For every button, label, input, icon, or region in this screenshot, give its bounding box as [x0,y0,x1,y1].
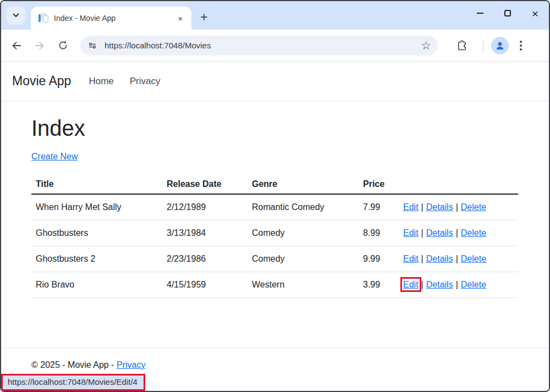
tab-favicon-icon [38,13,48,23]
browser-window: Index - Movie App × + × [0,0,550,392]
copyright-text: © 2025 - Movie App - [31,360,114,369]
cell-release-date: 4/15/1959 [162,272,248,298]
header-price: Price [359,175,399,194]
address-bar[interactable]: https://localhost:7048/Movies ☆ [80,36,438,56]
header-genre: Genre [248,175,359,194]
action-separator: | [419,280,426,289]
details-link[interactable]: Details [426,228,453,238]
tab-title: Index - Movie App [54,14,175,23]
cell-title: When Harry Met Sally [31,194,162,220]
table-row: When Harry Met Sally 2/12/1989 Romantic … [31,194,518,220]
edit-link-highlighted[interactable]: Edit [403,280,419,289]
action-separator: | [453,254,461,263]
tab-strip: Index - Movie App × + × [1,1,549,30]
action-separator: | [453,228,461,238]
table-row: Ghostbusters 2 2/23/1986 Comedy 9.99 Edi… [31,246,518,272]
close-icon: × [532,8,538,19]
status-bubble-highlight-box: https://localhost:7048/Movies/Edit/4 [1,374,145,391]
main-content: Index Create New Title Release Date Genr… [1,101,549,298]
details-link[interactable]: Details [426,254,453,263]
details-link[interactable]: Details [426,280,453,289]
cell-genre: Comedy [248,246,359,272]
chevron-down-icon [12,12,20,19]
nav-home-link[interactable]: Home [89,76,113,87]
details-link[interactable]: Details [426,202,453,212]
action-separator: | [453,280,461,289]
edit-link[interactable]: Edit [403,228,419,238]
cell-actions: Edit|Details|Delete [399,194,518,220]
cell-price: 7.99 [359,194,399,220]
browser-toolbar: https://localhost:7048/Movies ☆ [1,30,549,62]
back-arrow-icon [10,40,23,52]
edit-link[interactable]: Edit [403,254,419,263]
minimize-icon [477,13,483,14]
action-separator: | [419,202,426,212]
browser-menu-button[interactable] [518,37,524,54]
cell-release-date: 3/13/1984 [162,220,248,246]
table-header-row: Title Release Date Genre Price [31,175,518,194]
cell-actions: Edit|Details|Delete [399,246,518,272]
nav-privacy-link[interactable]: Privacy [130,76,161,87]
footer-privacy-link[interactable]: Privacy [117,360,145,369]
cell-genre: Western [248,272,359,298]
delete-link[interactable]: Delete [461,254,486,263]
header-actions [399,175,518,194]
cell-genre: Romantic Comedy [248,194,359,220]
extensions-button[interactable] [452,36,472,56]
forward-button[interactable] [30,36,50,56]
status-bubble: https://localhost:7048/Movies/Edit/4 [3,376,144,389]
cell-actions: Edit|Details|Delete [399,220,518,246]
cell-price: 3.99 [359,272,399,298]
table-row: Ghostbusters 3/13/1984 Comedy 8.99 Edit|… [31,220,518,246]
cell-release-date: 2/23/1986 [162,246,248,272]
puzzle-icon [456,40,468,52]
browser-tab-active[interactable]: Index - Movie App × [31,7,191,30]
action-separator: | [419,228,426,238]
page-title: Index [31,116,516,141]
bookmark-star-icon[interactable]: ☆ [421,40,431,51]
cell-genre: Comedy [248,220,359,246]
table-row: Rio Bravo 4/15/1959 Western 3.99 Edit|De… [31,272,518,298]
url-text[interactable]: https://localhost:7048/Movies [105,41,211,50]
reload-button[interactable] [53,36,73,56]
tab-close-icon[interactable]: × [175,13,186,24]
create-new-link[interactable]: Create New [31,152,78,162]
forward-arrow-icon [34,40,46,52]
site-info-icon[interactable] [87,40,98,51]
reload-icon [57,40,69,51]
cell-actions: Edit|Details|Delete [399,272,518,298]
cell-title: Rio Bravo [31,272,162,298]
delete-link[interactable]: Delete [461,202,486,212]
delete-link[interactable]: Delete [461,228,486,238]
minimize-button[interactable] [466,1,494,25]
header-title: Title [31,175,162,194]
maximize-button[interactable] [494,1,521,25]
movies-table: Title Release Date Genre Price When Harr… [31,175,518,298]
new-tab-button[interactable]: + [196,9,212,25]
back-button[interactable] [7,36,26,56]
action-separator: | [419,254,426,263]
cell-title: Ghostbusters 2 [31,246,162,272]
toolbar-divider [483,40,483,52]
person-icon [494,40,505,51]
site-navbar: Movie App Home Privacy [1,62,549,101]
tab-search-button[interactable] [7,6,25,25]
profile-avatar[interactable] [491,37,509,54]
edit-link[interactable]: Edit [403,202,419,212]
header-release-date: Release Date [162,175,248,194]
brand-link[interactable]: Movie App [12,74,71,89]
cell-release-date: 2/12/1989 [162,194,248,220]
cell-price: 8.99 [359,220,399,246]
close-window-button[interactable]: × [521,1,549,25]
delete-link[interactable]: Delete [461,280,486,289]
action-separator: | [453,202,461,212]
cell-title: Ghostbusters [31,220,162,246]
window-controls: × [466,1,549,25]
maximize-icon [504,10,511,16]
cell-price: 9.99 [359,246,399,272]
web-page: Movie App Home Privacy Index Create New … [1,62,549,390]
